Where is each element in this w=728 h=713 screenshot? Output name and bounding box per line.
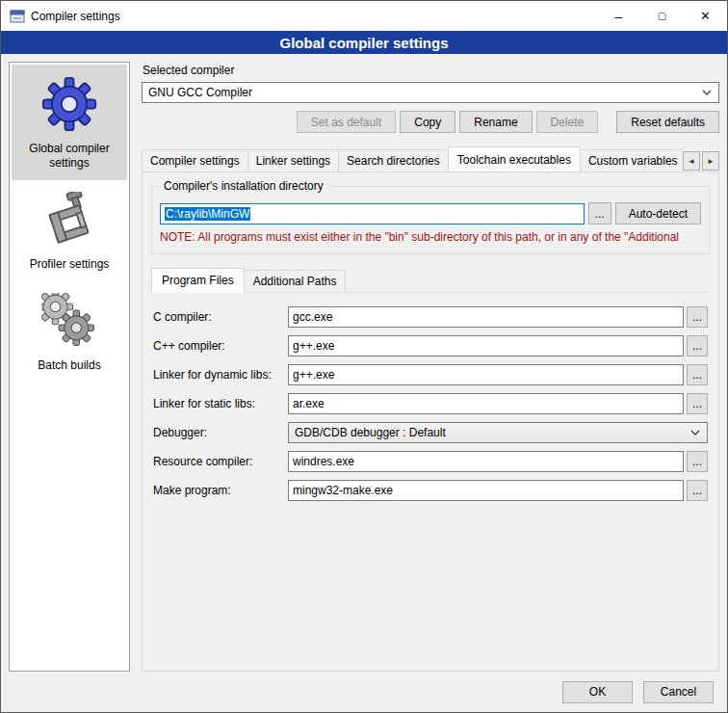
compiler-button-row: Set as default Copy Rename Delete Reset … — [142, 111, 719, 133]
reset-defaults-button[interactable]: Reset defaults — [616, 111, 719, 133]
tab-toolchain-executables[interactable]: Toolchain executables — [448, 146, 581, 172]
sidebar-item-label: Global compiler settings — [14, 142, 124, 171]
tab-scroll-right-icon[interactable]: ► — [702, 151, 719, 171]
program-files-page: C compiler: gcc.exe ... C++ compiler: g+… — [151, 292, 710, 505]
installation-directory-value: C:\raylib\MinGW — [165, 207, 250, 221]
tab-scroll-left-icon[interactable]: ◄ — [683, 151, 700, 171]
c-compiler-browse-button[interactable]: ... — [687, 306, 708, 328]
selected-compiler-value: GNU GCC Compiler — [148, 86, 252, 99]
sidebar-item-label: Profiler settings — [30, 257, 110, 272]
tab-compiler-settings[interactable]: Compiler settings — [142, 149, 248, 172]
cpp-compiler-row: C++ compiler: g++.exe ... — [153, 335, 708, 356]
browse-directory-button[interactable]: ... — [588, 202, 611, 224]
make-program-label: Make program: — [153, 484, 288, 497]
sidebar-item-profiler-settings[interactable]: Profiler settings — [12, 180, 127, 281]
tab-custom-variables[interactable]: Custom variables — [580, 149, 681, 172]
installation-directory-input[interactable]: C:\raylib\MinGW — [160, 203, 585, 224]
clamp-icon — [41, 192, 97, 248]
app-icon — [10, 9, 25, 24]
ok-button[interactable]: OK — [562, 681, 633, 703]
copy-button[interactable]: Copy — [400, 111, 455, 133]
debugger-combobox[interactable]: GDB/CDB debugger : Default — [288, 422, 708, 443]
static-linker-row: Linker for static libs: ar.exe ... — [153, 393, 708, 414]
c-compiler-input[interactable]: gcc.exe — [288, 306, 684, 328]
minimize-button[interactable]: – — [597, 1, 640, 31]
static-linker-value: ar.exe — [293, 397, 325, 410]
cpp-compiler-browse-button[interactable]: ... — [687, 335, 708, 356]
settings-tabstrip: Compiler settings Linker settings Search… — [142, 146, 719, 172]
static-linker-browse-button[interactable]: ... — [687, 393, 708, 414]
blue-gear-icon — [41, 76, 97, 132]
sidebar-item-global-compiler-settings[interactable]: Global compiler settings — [12, 65, 127, 180]
bin-subdirectory-note: NOTE: All programs must exist either in … — [160, 230, 701, 244]
subtab-program-files[interactable]: Program Files — [151, 268, 245, 293]
titlebar: Compiler settings – ▢ ✕ — [1, 1, 727, 31]
make-program-row: Make program: mingw32-make.exe ... — [153, 480, 708, 501]
resource-compiler-input[interactable]: windres.exe — [288, 451, 684, 472]
c-compiler-value: gcc.exe — [293, 310, 332, 324]
resource-compiler-value: windres.exe — [293, 455, 354, 468]
debugger-value: GDB/CDB debugger : Default — [295, 426, 446, 439]
cancel-button[interactable]: Cancel — [643, 681, 714, 703]
dynamic-linker-value: g++.exe — [293, 368, 334, 382]
delete-button: Delete — [536, 111, 599, 133]
tab-linker-settings[interactable]: Linker settings — [247, 149, 339, 172]
rename-button[interactable]: Rename — [459, 111, 532, 133]
toolchain-executables-page: Compiler's installation directory C:\ray… — [142, 172, 719, 672]
gray-gears-icon — [41, 293, 97, 349]
toolchain-subtabs: Program Files Additional Paths — [151, 268, 710, 292]
installation-directory-group: Compiler's installation directory C:\ray… — [151, 186, 710, 254]
close-button[interactable]: ✕ — [684, 1, 727, 31]
c-compiler-row: C compiler: gcc.exe ... — [153, 306, 708, 328]
set-as-default-button: Set as default — [297, 111, 396, 133]
static-linker-input[interactable]: ar.exe — [288, 393, 684, 414]
resource-compiler-browse-button[interactable]: ... — [687, 451, 708, 472]
tab-search-directories[interactable]: Search directories — [338, 149, 449, 172]
tab-scroll-buttons: ◄ ► — [683, 151, 719, 171]
settings-category-list: Global compiler settings Profiler settin… — [9, 62, 130, 672]
compiler-settings-dialog: Compiler settings – ▢ ✕ Global compiler … — [0, 0, 728, 713]
debugger-row: Debugger: GDB/CDB debugger : Default — [153, 422, 708, 443]
auto-detect-button[interactable]: Auto-detect — [615, 202, 701, 224]
cpp-compiler-label: C++ compiler: — [153, 339, 288, 353]
installation-directory-row: C:\raylib\MinGW ... Auto-detect — [160, 202, 701, 224]
installation-directory-group-title: Compiler's installation directory — [160, 179, 327, 193]
c-compiler-label: C compiler: — [153, 310, 288, 324]
make-program-value: mingw32-make.exe — [293, 484, 393, 497]
cpp-compiler-input[interactable]: g++.exe — [288, 335, 684, 356]
dialog-body: Global compiler settings Profiler settin… — [1, 54, 727, 672]
maximize-button[interactable]: ▢ — [640, 1, 684, 31]
dialog-header: Global compiler settings — [1, 31, 727, 54]
selected-compiler-combobox[interactable]: GNU GCC Compiler — [142, 82, 719, 103]
static-linker-label: Linker for static libs: — [153, 397, 288, 410]
dialog-footer: OK Cancel — [1, 672, 727, 712]
resource-compiler-row: Resource compiler: windres.exe ... — [153, 451, 708, 472]
resource-compiler-label: Resource compiler: — [153, 455, 288, 468]
window-title: Compiler settings — [31, 10, 597, 23]
subtab-additional-paths[interactable]: Additional Paths — [244, 270, 347, 292]
cpp-compiler-value: g++.exe — [293, 339, 334, 353]
selected-compiler-label: Selected compiler — [143, 64, 719, 77]
chevron-down-icon — [702, 90, 712, 95]
dynamic-linker-label: Linker for dynamic libs: — [153, 368, 288, 382]
make-program-input[interactable]: mingw32-make.exe — [288, 480, 684, 501]
dynamic-linker-input[interactable]: g++.exe — [288, 364, 684, 385]
main-panel: Selected compiler GNU GCC Compiler Set a… — [142, 62, 719, 672]
sidebar-item-label: Batch builds — [38, 358, 100, 373]
dynamic-linker-row: Linker for dynamic libs: g++.exe ... — [153, 364, 708, 385]
dynamic-linker-browse-button[interactable]: ... — [687, 364, 708, 385]
chevron-down-icon — [690, 430, 700, 436]
settings-tabs: Compiler settings Linker settings Search… — [142, 146, 681, 172]
sidebar-item-batch-builds[interactable]: Batch builds — [12, 281, 127, 383]
debugger-label: Debugger: — [153, 426, 288, 439]
make-program-browse-button[interactable]: ... — [687, 480, 708, 501]
